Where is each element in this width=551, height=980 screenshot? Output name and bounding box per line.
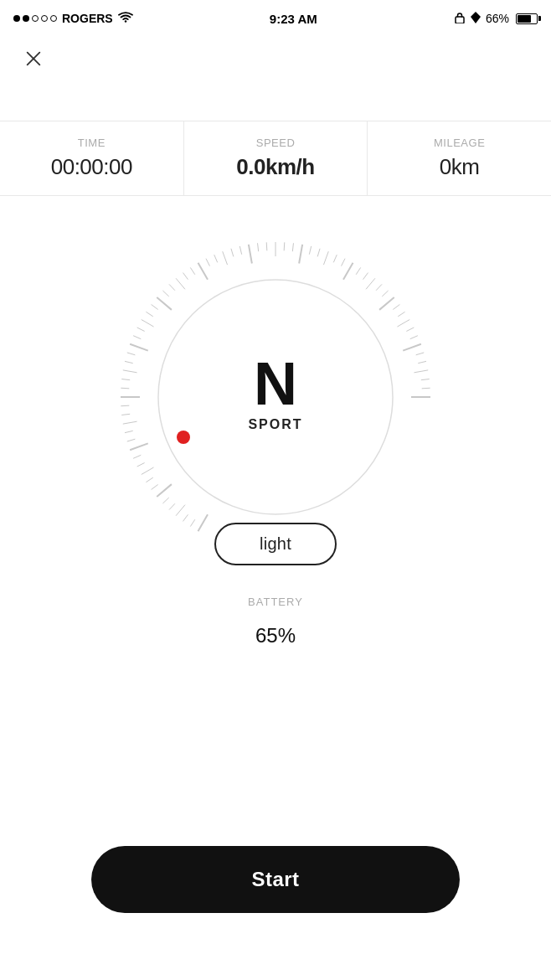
- svg-line-42: [206, 259, 209, 266]
- svg-line-30: [133, 336, 141, 339]
- svg-line-55: [317, 249, 320, 257]
- speed-label: SPEED: [256, 137, 296, 149]
- svg-line-13: [146, 477, 152, 482]
- svg-line-67: [398, 312, 404, 316]
- mileage-value: 0km: [440, 154, 480, 180]
- mode-display: SPORT: [248, 417, 302, 432]
- svg-line-76: [422, 388, 430, 389]
- gauge-dial: N SPORT: [100, 230, 451, 548]
- stat-time: TIME 00:00:00: [0, 121, 183, 195]
- svg-line-17: [130, 443, 148, 450]
- svg-line-43: [214, 255, 218, 262]
- svg-line-57: [333, 255, 337, 262]
- close-button[interactable]: [18, 44, 49, 74]
- svg-line-8: [176, 505, 185, 516]
- svg-line-12: [152, 485, 158, 490]
- svg-line-66: [393, 305, 399, 310]
- svg-line-59: [343, 263, 353, 280]
- status-right: 66%: [454, 12, 538, 26]
- battery-status-icon: [516, 13, 538, 24]
- svg-line-62: [366, 278, 375, 289]
- svg-line-51: [284, 242, 285, 250]
- svg-line-53: [299, 245, 302, 264]
- stats-row: TIME 00:00:00 SPEED 0.0km/h MILEAGE 0km: [0, 121, 551, 196]
- svg-line-69: [406, 328, 414, 331]
- battery-label: BATTERY: [248, 596, 303, 608]
- svg-line-18: [127, 439, 136, 441]
- svg-line-71: [403, 344, 421, 351]
- svg-line-10: [162, 498, 168, 503]
- gear-display: N: [254, 353, 297, 414]
- svg-line-54: [309, 246, 311, 255]
- svg-line-74: [414, 370, 428, 373]
- svg-line-45: [231, 249, 234, 257]
- svg-line-29: [130, 344, 148, 351]
- svg-line-44: [223, 251, 228, 265]
- signal-icon: [13, 15, 57, 22]
- battery-value: 65%: [255, 611, 296, 650]
- svg-line-31: [137, 328, 145, 331]
- svg-line-33: [146, 312, 152, 316]
- speed-value: 0.0km/h: [236, 154, 314, 180]
- svg-line-36: [162, 291, 168, 297]
- svg-line-5: [198, 514, 209, 531]
- mileage-label: MILEAGE: [434, 137, 485, 149]
- lock-icon: [454, 12, 466, 26]
- battery-percentage: 66%: [486, 12, 509, 25]
- svg-line-21: [121, 414, 130, 415]
- carrier-label: ROGERS: [62, 12, 113, 25]
- svg-line-34: [152, 305, 158, 310]
- svg-line-15: [137, 463, 145, 467]
- gauge-center: N SPORT: [248, 353, 302, 432]
- time-label: TIME: [78, 137, 106, 149]
- battery-section: BATTERY 65%: [248, 596, 303, 650]
- svg-line-56: [323, 251, 328, 265]
- stat-speed: SPEED 0.0km/h: [183, 121, 368, 195]
- svg-line-19: [125, 431, 133, 432]
- svg-line-75: [421, 379, 430, 380]
- svg-line-37: [169, 284, 175, 290]
- svg-line-52: [292, 243, 293, 251]
- time-value: 00:00:00: [51, 154, 132, 180]
- svg-line-73: [418, 361, 426, 363]
- svg-line-28: [127, 353, 136, 355]
- svg-line-16: [133, 455, 141, 458]
- svg-line-68: [397, 320, 409, 328]
- svg-line-7: [183, 514, 188, 521]
- svg-line-60: [356, 267, 360, 274]
- svg-line-9: [169, 503, 175, 509]
- svg-line-22: [121, 405, 129, 406]
- wifi-icon: [118, 12, 133, 26]
- svg-line-6: [190, 519, 194, 526]
- svg-line-48: [258, 243, 259, 251]
- svg-line-61: [363, 273, 368, 280]
- svg-line-39: [183, 273, 188, 280]
- svg-line-25: [121, 379, 130, 380]
- stat-mileage: MILEAGE 0km: [367, 121, 551, 195]
- gauge-container: N SPORT light BATTERY 65%: [0, 230, 551, 650]
- svg-line-46: [239, 246, 241, 255]
- svg-line-20: [123, 421, 137, 424]
- svg-line-27: [125, 361, 133, 363]
- svg-line-35: [157, 297, 172, 310]
- svg-line-47: [249, 245, 252, 264]
- location-icon: [471, 12, 481, 26]
- svg-line-40: [190, 267, 194, 274]
- svg-rect-0: [456, 17, 464, 23]
- svg-line-11: [157, 484, 172, 497]
- svg-line-65: [379, 297, 394, 310]
- svg-line-58: [342, 259, 345, 266]
- svg-line-14: [142, 467, 154, 475]
- svg-line-70: [410, 336, 418, 339]
- start-button-wrapper[interactable]: Start: [91, 846, 460, 913]
- svg-line-72: [416, 353, 425, 355]
- svg-line-24: [121, 388, 129, 389]
- status-time: 9:23 AM: [270, 12, 317, 26]
- svg-line-38: [176, 278, 185, 289]
- status-left: ROGERS: [13, 12, 133, 26]
- svg-line-49: [266, 242, 267, 250]
- svg-line-63: [376, 284, 382, 290]
- svg-line-32: [142, 320, 154, 328]
- start-button[interactable]: Start: [91, 846, 460, 913]
- svg-line-64: [382, 291, 388, 297]
